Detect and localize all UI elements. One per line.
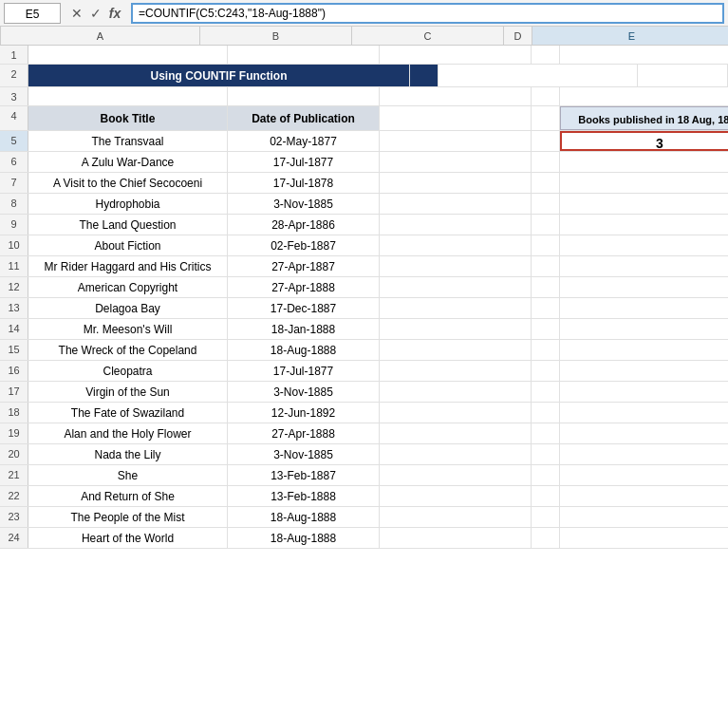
cell-e4-books-published[interactable]: Books published in 18 Aug, 1888 — [560, 106, 728, 130]
col-header-c[interactable]: C — [352, 27, 504, 45]
cell-e5-result[interactable]: 3 — [560, 131, 728, 151]
cell-e2[interactable] — [439, 65, 638, 86]
cell-c10[interactable] — [380, 235, 532, 255]
cell-c5[interactable] — [380, 131, 532, 151]
cell-d15[interactable] — [532, 340, 560, 360]
cell-e9[interactable] — [560, 215, 728, 235]
cell-a19[interactable]: Alan and the Holy Flower — [28, 423, 228, 443]
cell-e8[interactable] — [560, 194, 728, 214]
cell-b13[interactable]: 17-Dec-1887 — [228, 298, 380, 318]
cell-a8[interactable]: Hydrophobia — [28, 194, 228, 214]
cell-b21[interactable]: 13-Feb-1887 — [228, 465, 380, 485]
cell-ref-box[interactable]: E5 — [4, 3, 61, 24]
cell-d14[interactable] — [532, 319, 560, 339]
cell-e3[interactable] — [560, 87, 728, 105]
cell-e6[interactable] — [560, 152, 728, 172]
cell-d18[interactable] — [532, 403, 560, 423]
cell-d6[interactable] — [532, 152, 560, 172]
cell-b23[interactable]: 18-Aug-1888 — [228, 507, 380, 527]
cell-a11[interactable]: Mr Rider Haggard and His Critics — [28, 256, 228, 276]
cell-d2[interactable] — [410, 65, 439, 86]
cell-b19[interactable]: 27-Apr-1888 — [228, 423, 380, 443]
cell-a10[interactable]: About Fiction — [28, 235, 228, 255]
cell-a2[interactable]: Using COUNTIF Function — [28, 65, 410, 86]
cell-e17[interactable] — [560, 382, 728, 402]
cell-b7[interactable]: 17-Jul-1878 — [228, 173, 380, 193]
cell-a13[interactable]: Delagoa Bay — [28, 298, 228, 318]
cell-e23[interactable] — [560, 507, 728, 527]
cell-e10[interactable] — [560, 235, 728, 255]
cell-b18[interactable]: 12-Jun-1892 — [228, 403, 380, 423]
cell-d13[interactable] — [532, 298, 560, 318]
cell-a12[interactable]: American Copyright — [28, 277, 228, 297]
cell-a24[interactable]: Heart of the World — [28, 528, 228, 548]
cell-d23[interactable] — [532, 507, 560, 527]
cell-a3[interactable] — [28, 87, 228, 105]
cell-a21[interactable]: She — [28, 465, 228, 485]
cell-d5[interactable] — [532, 131, 560, 151]
cell-a23[interactable]: The People of the Mist — [28, 507, 228, 527]
cell-d17[interactable] — [532, 382, 560, 402]
cell-d11[interactable] — [532, 256, 560, 276]
cell-c14[interactable] — [380, 319, 532, 339]
cell-a15[interactable]: The Wreck of the Copeland — [28, 340, 228, 360]
confirm-icon[interactable]: ✓ — [87, 6, 104, 21]
cell-e12[interactable] — [560, 277, 728, 297]
cell-e15[interactable] — [560, 340, 728, 360]
cell-c7[interactable] — [380, 173, 532, 193]
cell-c8[interactable] — [380, 194, 532, 214]
cell-d22[interactable] — [532, 486, 560, 506]
cell-c18[interactable] — [380, 403, 532, 423]
cell-e13[interactable] — [560, 298, 728, 318]
cell-e20[interactable] — [560, 444, 728, 464]
cell-a14[interactable]: Mr. Meeson's Will — [28, 319, 228, 339]
cell-d1[interactable] — [532, 46, 560, 64]
cell-d20[interactable] — [532, 444, 560, 464]
cell-b20[interactable]: 3-Nov-1885 — [228, 444, 380, 464]
cell-b15[interactable]: 18-Aug-1888 — [228, 340, 380, 360]
cell-b11[interactable]: 27-Apr-1887 — [228, 256, 380, 276]
formula-input[interactable] — [131, 3, 724, 24]
cell-c15[interactable] — [380, 340, 532, 360]
cell-d4[interactable] — [532, 106, 560, 130]
col-header-d[interactable]: D — [504, 27, 532, 45]
cell-e24[interactable] — [560, 528, 728, 548]
cell-c16[interactable] — [380, 361, 532, 381]
cell-c12[interactable] — [380, 277, 532, 297]
col-header-e[interactable]: E — [532, 27, 728, 45]
cell-b8[interactable]: 3-Nov-1885 — [228, 194, 380, 214]
cell-c17[interactable] — [380, 382, 532, 402]
cell-e16[interactable] — [560, 361, 728, 381]
cell-e11[interactable] — [560, 256, 728, 276]
cell-b5[interactable]: 02-May-1877 — [228, 131, 380, 151]
cell-a9[interactable]: The Land Question — [28, 215, 228, 235]
cell-e21[interactable] — [560, 465, 728, 485]
cell-f2[interactable] — [638, 65, 728, 86]
cell-d8[interactable] — [532, 194, 560, 214]
cell-a6[interactable]: A Zulu War-Dance — [28, 152, 228, 172]
cell-c13[interactable] — [380, 298, 532, 318]
cell-c19[interactable] — [380, 423, 532, 443]
cell-d3[interactable] — [532, 87, 560, 105]
cell-b16[interactable]: 17-Jul-1877 — [228, 361, 380, 381]
cell-d7[interactable] — [532, 173, 560, 193]
cell-a7[interactable]: A Visit to the Chief Secocoeni — [28, 173, 228, 193]
cell-c9[interactable] — [380, 215, 532, 235]
cell-d24[interactable] — [532, 528, 560, 548]
cell-b14[interactable]: 18-Jan-1888 — [228, 319, 380, 339]
cell-d19[interactable] — [532, 423, 560, 443]
cell-b12[interactable]: 27-Apr-1888 — [228, 277, 380, 297]
cell-a4-booktitle[interactable]: Book Title — [28, 106, 228, 130]
cell-a1[interactable] — [28, 46, 228, 64]
cell-c20[interactable] — [380, 444, 532, 464]
cell-e1[interactable] — [560, 46, 728, 64]
cell-d16[interactable] — [532, 361, 560, 381]
cell-c24[interactable] — [380, 528, 532, 548]
cell-e18[interactable] — [560, 403, 728, 423]
cell-c11[interactable] — [380, 256, 532, 276]
cell-c3[interactable] — [380, 87, 532, 105]
cell-b1[interactable] — [228, 46, 380, 64]
cell-c23[interactable] — [380, 507, 532, 527]
cell-c6[interactable] — [380, 152, 532, 172]
cell-e22[interactable] — [560, 486, 728, 506]
